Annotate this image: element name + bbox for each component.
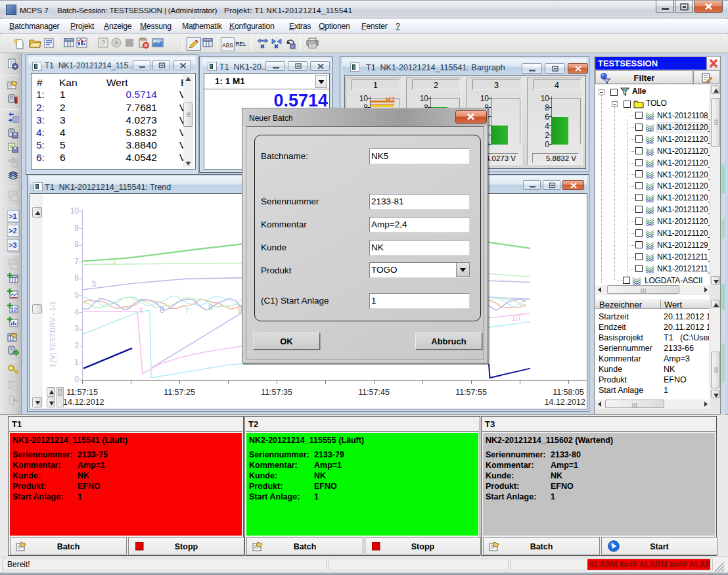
- svg-text:>1: >1: [9, 212, 17, 220]
- svg-text:7: 7: [185, 307, 189, 316]
- svg-text:10: 10: [511, 313, 520, 323]
- svg-text:10: 10: [420, 94, 429, 103]
- svg-text:10: 10: [541, 94, 550, 103]
- svg-text:>2: >2: [9, 227, 17, 235]
- svg-text:?: ?: [101, 39, 105, 47]
- svg-text:4: 4: [112, 259, 116, 268]
- svg-text:2: 2: [545, 131, 549, 140]
- svg-text:6: 6: [545, 112, 549, 122]
- svg-text:10: 10: [480, 94, 489, 103]
- svg-text:8: 8: [545, 103, 549, 112]
- svg-text:4: 4: [545, 122, 549, 131]
- svg-text:3: 3: [91, 280, 96, 289]
- svg-text:8: 8: [208, 303, 213, 312]
- svg-text:6: 6: [160, 306, 164, 315]
- svg-text:0: 0: [545, 140, 549, 149]
- svg-text:12: 12: [11, 306, 17, 313]
- svg-text:10: 10: [359, 94, 369, 103]
- svg-text:>3: >3: [9, 241, 17, 249]
- svg-text:5: 5: [139, 307, 144, 316]
